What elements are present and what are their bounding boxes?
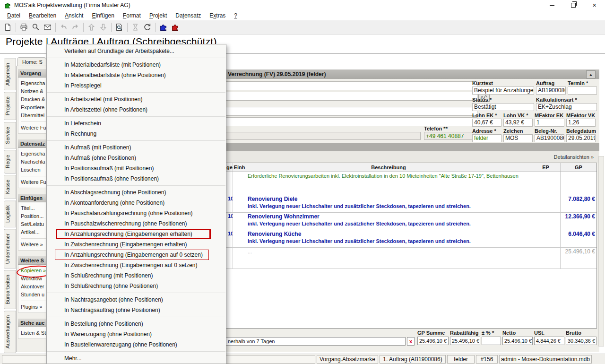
total-value[interactable] [482,337,501,345]
sidebar-link-set-leistu[interactable]: Set/Leistu [21,220,46,228]
field-value[interactable]: AB1900086 [535,134,564,142]
menu-item-in-positionsaufmaß-mit-positionen[interactable]: In Positionsaufmaß (mit Positionen) [47,163,226,173]
col-einh[interactable]: Einh [233,163,246,172]
sidebar-home-tab[interactable]: Home: S [17,57,46,66]
sidebar-link-exportiere[interactable]: Exportiere [21,104,46,112]
menu-item-in-lieferschein[interactable]: In Lieferschein [47,118,226,129]
plugin-red-icon[interactable] [169,22,181,33]
minimize-icon[interactable] [541,0,562,10]
sidebar-link-weitere-fu[interactable]: Weitere Fu [21,178,46,186]
new-document-icon[interactable] [2,22,14,33]
sidebar-link-artikel[interactable]: Artikel... [21,228,46,236]
total-value[interactable]: 30.340,36 € [566,337,596,345]
sidebar-link-stunden-u[interactable]: Stunden u [21,291,46,299]
remove-payment-icon[interactable]: x [407,337,415,346]
menubar-item-einfügen[interactable]: Einfügen [87,11,118,20]
menu-item-in-positionsaufmaß-ohne-positionen[interactable]: In Positionsaufmaß (ohne Positionen) [47,173,226,184]
total-value[interactable]: 25.496,10 € [502,337,533,345]
menu-item-mehr[interactable]: Mehr... [47,353,226,364]
field-value[interactable]: 1 [535,119,564,127]
menu-item-in-schlußrechnung-mit-positionen[interactable]: In Schlußrechnung (mit Positionen) [47,270,226,281]
menubar-item-extras[interactable]: Extras [205,11,230,20]
restore-icon[interactable] [562,0,584,10]
table-row[interactable]: Erforderliche Renovierungsarbeiten inkl.… [226,172,596,195]
menu-item-in-aufmaß-mit-positionen[interactable]: In Aufmaß (mit Positionen) [47,142,226,153]
menu-item-in-pauschalanzahlungsrechnung-ohne-posit[interactable]: In Pauschalanzahlungsrechnung (ohne Posi… [47,208,226,218]
address-field-4[interactable] [226,117,477,126]
col-gp[interactable]: GP [561,163,596,172]
tab-kasse[interactable]: Kasse [4,175,16,199]
table-row[interactable]: 10Renovierung Wohnzimmerinkl. Verlegung … [226,213,596,230]
field-value[interactable]: felder [472,134,501,142]
table-scrollbar[interactable] [598,156,604,347]
tab-allgemein[interactable]: Allgemein [4,58,16,90]
tab-auswertungen[interactable]: Auswertungen [4,311,16,353]
close-icon[interactable]: × [584,0,605,10]
menu-item-in-materialbedarfsliste-ohne-positionen[interactable]: In Materialbedarfsliste (ohne Positionen… [47,70,226,80]
sidebar-link-kopieren[interactable]: Kopieren » [21,267,46,275]
field-value[interactable]: Bestätigt [472,103,534,111]
menubar-item-projekt[interactable]: Projekt [145,11,171,20]
sidebar-link-löschen[interactable]: Löschen [21,166,46,174]
menu-item-in-nachtragsauftrag-ohne-positionen[interactable]: In Nachtragsauftrag (ohne Positionen) [47,305,226,315]
menu-item-in-arbeitszettel-ohne-positionen[interactable]: In Arbeitszettel (ohne Positionen) [47,104,226,115]
detail-views-link[interactable]: Detailansichten » [554,154,594,160]
menubar-item-datensatz[interactable]: Datensatz [171,11,205,20]
table-row[interactable]: 10Renovierung Kücheinkl. Verlegung neuer… [226,230,596,248]
address-field-1[interactable] [226,81,477,90]
col-ep[interactable]: EP [531,163,561,172]
menu-item-in-baustellenwarenzugang-ohne-positionen[interactable]: In Baustellenwarenzugang (ohne Positione… [47,339,226,350]
menubar-item-[interactable]: ? [230,11,242,20]
total-value[interactable]: 25.496,10 € [417,337,449,345]
print-icon[interactable] [18,22,30,33]
menubar-item-ansicht[interactable]: Ansicht [60,11,87,20]
field-value[interactable]: Beispiel für Anzahlungen u [472,87,534,95]
sidebar-link-titel[interactable]: Titel... [21,204,46,212]
field-value[interactable]: AB1900086 [536,87,566,95]
field-value[interactable]: 40,67 € [472,119,501,127]
sidebar-link-plugins[interactable]: Plugins » [21,303,46,311]
menu-item-verteilen-auf-grundlage-der-arbeitspaket[interactable]: Verteilen auf Grundlage der Arbeitspaket… [47,46,226,56]
field-value[interactable]: 29.05.2019 [566,134,596,142]
menubar-item-datei[interactable]: Datei [3,11,25,20]
menu-item-in-warenzugang-ohne-positionen[interactable]: In Warenzugang (ohne Positionen) [47,329,226,339]
sidebar-link-notizen[interactable]: Notizen & [21,87,46,95]
field-value[interactable]: MOS [503,134,533,142]
menu-item-in-nachtragsangebot-ohne-positionen[interactable]: In Nachtragsangebot (ohne Positionen) [47,295,226,305]
menu-item-in-schlußrechnung-ohne-positionen[interactable]: In Schlußrechnung (ohne Positionen) [47,281,226,291]
sidebar-link-akontover[interactable]: Akontover [21,283,46,291]
menu-item-in-abschlagsrechnung-ohne-positionen[interactable]: In Abschlagsrechnung (ohne Positionen) [47,187,226,198]
menu-item-in-zwischenrechnung-eingabemengen-erhalt[interactable]: In Zwischenrechnung (Eingabemengen erhal… [47,239,226,250]
menu-item-in-arbeitszettel-mit-positionen[interactable]: In Arbeitszettel (mit Positionen) [47,94,226,104]
sidebar-link-listen-st[interactable]: Listen & St [21,329,46,337]
sidebar-link-position[interactable]: Position... [21,212,46,220]
total-value[interactable]: 25.496,10 € [450,337,480,345]
menu-item-in-aufmaß-ohne-positionen[interactable]: In Aufmaß (ohne Positionen) [47,153,226,163]
menu-item-in-anzahlungsrechnung-eingabemengen-erha[interactable]: In Anzahlungsrechnung (Eingabemengen erh… [47,229,226,239]
sidebar-link-weitere-fu[interactable]: Weitere Fu [21,124,46,132]
collapse-panel-icon[interactable]: ▲ [586,70,596,78]
menu-item-in-akontoanforderung-ohne-positionen[interactable]: In Akontoanforderung (ohne Positionen) [47,198,226,208]
sidebar-link-eigenscha[interactable]: Eigenscha [21,79,46,87]
print-preview-icon[interactable] [30,22,42,33]
email-icon[interactable] [42,22,53,33]
address-field-2[interactable] [226,92,477,101]
col-beschreibung[interactable]: Beschreibung [246,163,531,172]
tab-unternehmer[interactable]: Unternehmer [4,229,16,269]
table-row[interactable]: 10Renovierung Dieleinkl. Verlegung neuer… [226,195,596,213]
plugin-blue-icon[interactable] [157,22,169,33]
sidebar-link-übermittel[interactable]: Übermittel [21,112,46,120]
report-icon[interactable] [113,22,125,33]
tab-büroarbeiten[interactable]: Büroarbeiten [4,270,16,309]
field-value[interactable]: 43,92 € [503,119,533,127]
field-value[interactable]: EK+Zuschlag [536,103,597,111]
tab-logistik[interactable]: Logistik [4,200,16,227]
telefon-value[interactable]: +49 461 40887 [424,132,477,140]
menu-item-in-bestellung-ohne-positionen[interactable]: In Bestellung (ohne Positionen) [47,319,226,329]
field-value[interactable]: 1,26 [566,119,596,127]
sidebar-link-eigenscha[interactable]: Eigenscha [21,150,46,158]
total-value[interactable]: 4.844,26 € [534,337,564,345]
menu-item-in-rechnung[interactable]: In Rechnung [47,129,226,139]
address-field-3[interactable] [226,107,477,116]
menu-item-in-preisspiegel[interactable]: In Preisspiegel [47,80,226,91]
